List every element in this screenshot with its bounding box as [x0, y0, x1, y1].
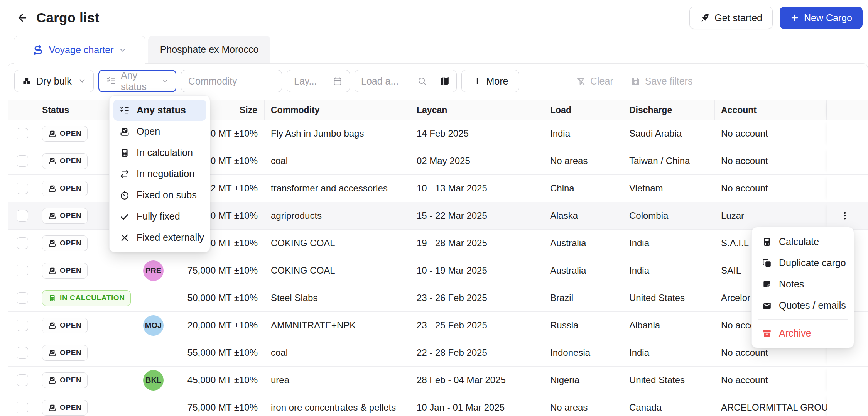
row-checkbox[interactable] — [17, 155, 28, 167]
row-checkbox[interactable] — [17, 128, 28, 139]
cell-discharge: India — [623, 257, 715, 284]
divider — [567, 73, 567, 89]
cell-laycan: 28 Feb - 04 Mar 2025 — [410, 367, 544, 394]
more-filters-button[interactable]: More — [461, 70, 519, 92]
check-icon — [120, 211, 130, 222]
back-button[interactable] — [14, 9, 31, 26]
cell-discharge: India — [623, 230, 715, 257]
commodity-input[interactable]: Commodity — [181, 70, 282, 92]
menu-item-in-negotiation[interactable]: In negotiation — [113, 163, 206, 184]
status-badge: OPEN — [42, 345, 88, 361]
cell-avatar: BKL — [135, 367, 172, 394]
cell-commodity: coal — [265, 339, 410, 366]
row-checkbox[interactable] — [17, 210, 28, 222]
get-started-button[interactable]: Get started — [689, 7, 773, 29]
save-filters-button[interactable]: Save filters — [627, 76, 697, 87]
cell-commodity: coal — [265, 147, 410, 174]
table-row[interactable]: OPENMOJ20,000 MT ±10%AMMNITRATE+NPK23 - … — [8, 312, 868, 339]
cell-status: OPEN — [37, 394, 135, 416]
column-header-discharge: Discharge — [623, 100, 715, 120]
menu-item-open[interactable]: Open — [113, 121, 206, 142]
menu-item-fixed-externally[interactable]: Fixed externally — [113, 227, 206, 248]
cell-commodity: COKING COAL — [265, 230, 410, 257]
top-bar: Cargo list Get started New Cargo — [0, 0, 868, 36]
menu-item-fully-fixed[interactable]: Fully fixed — [113, 206, 206, 227]
map-icon — [439, 76, 450, 86]
row-checkbox[interactable] — [17, 320, 28, 331]
row-actions-button[interactable] — [836, 207, 853, 224]
table-row[interactable]: OPEN75,000 MT ±10%iron ore concentrates … — [8, 394, 868, 416]
cell-account: No account — [715, 175, 827, 202]
copy-icon — [762, 258, 772, 268]
cell-status: OPEN — [37, 339, 135, 366]
table-row[interactable]: OPEN55,000 MT ±10%coal22 - 28 Feb 2025In… — [8, 339, 868, 367]
timer-icon — [120, 190, 130, 200]
menu-item-notes[interactable]: Notes — [756, 274, 850, 295]
plus-icon — [473, 76, 482, 86]
new-cargo-button[interactable]: New Cargo — [780, 7, 863, 29]
table-row[interactable]: OPENBKL45,000 MT ±10%urea28 Feb - 04 Mar… — [8, 367, 868, 394]
status-badge: OPEN — [42, 263, 88, 279]
tab-phosphate-ex-morocco[interactable]: Phosphate ex Morocco — [148, 36, 270, 63]
cell-sel — [8, 120, 37, 147]
cell-actions — [827, 120, 862, 147]
cell-avatar — [135, 394, 172, 416]
more-label: More — [486, 76, 508, 87]
row-checkbox[interactable] — [17, 292, 28, 304]
calculator-icon — [120, 148, 130, 158]
cell-status: OPEN — [37, 257, 135, 284]
menu-item-archive[interactable]: Archive — [756, 323, 850, 344]
menu-item-in-calculation[interactable]: In calculation — [113, 142, 206, 163]
menu-item-any-status[interactable]: Any status — [113, 100, 206, 121]
menu-item-duplicate-cargo[interactable]: Duplicate cargo — [756, 252, 850, 274]
tab-voyage-charter[interactable]: Voyage charter — [14, 36, 145, 64]
cell-laycan: 23 - 25 Feb 2025 — [410, 312, 544, 339]
cell-account: Luzar — [715, 202, 827, 229]
cell-avatar — [135, 284, 172, 311]
menu-item-calculate[interactable]: Calculate — [756, 231, 850, 252]
cell-status: OPEN — [37, 312, 135, 339]
menu-item-label: Quotes / emails — [779, 300, 846, 311]
menu-item-label: Duplicate cargo — [779, 257, 846, 269]
inbox-check-icon — [48, 184, 56, 193]
status-label: OPEN — [60, 376, 81, 384]
save-filters-label: Save filters — [645, 76, 693, 87]
row-checkbox[interactable] — [17, 374, 28, 386]
table-row[interactable]: OPENPRE75,000 MT ±10%COKING COAL10 - 19 … — [8, 257, 868, 284]
inbox-check-icon — [48, 157, 56, 165]
tab-phosphate-label: Phosphate ex Morocco — [160, 44, 259, 55]
cell-discharge: United States — [623, 284, 715, 311]
row-context-menu: CalculateDuplicate cargoNotesQuotes / em… — [751, 227, 854, 348]
table-row[interactable]: IN CALCULATION50,000 MT ±10%Steel Slabs2… — [8, 284, 868, 312]
column-header-laycan: Laycan — [410, 100, 544, 120]
menu-item-quotes-emails[interactable]: Quotes / emails — [756, 295, 850, 316]
map-button[interactable] — [433, 70, 456, 92]
cell-sel — [8, 339, 37, 366]
cargo-type-select[interactable]: Dry bulk — [14, 70, 94, 92]
inbox-check-icon — [48, 130, 56, 138]
row-checkbox[interactable] — [17, 347, 28, 359]
cell-avatar — [135, 339, 172, 366]
menu-item-label: Archive — [779, 328, 811, 339]
menu-item-fixed-on-subs[interactable]: Fixed on subs — [113, 184, 206, 206]
cell-size: 45,000 MT ±10% — [172, 367, 265, 394]
page-title: Cargo list — [36, 10, 99, 25]
cell-discharge: Albania — [623, 312, 715, 339]
checklist-icon — [120, 105, 130, 115]
load-area-input[interactable]: Load a... — [355, 70, 433, 92]
row-checkbox[interactable] — [17, 237, 28, 249]
status-label: OPEN — [60, 211, 81, 220]
cell-load: Nigeria — [544, 367, 623, 394]
x-icon — [120, 233, 130, 243]
row-checkbox[interactable] — [17, 402, 28, 413]
clear-filters-button[interactable]: Clear — [572, 76, 617, 87]
laycan-date-input[interactable]: Lay... — [287, 70, 350, 92]
cell-laycan: 10 - 13 Mar 2025 — [410, 175, 544, 202]
row-checkbox[interactable] — [17, 183, 28, 194]
cell-actions — [827, 367, 862, 394]
cell-size: 55,000 MT ±10% — [172, 339, 265, 366]
cell-size: 20,000 MT ±10% — [172, 312, 265, 339]
row-checkbox[interactable] — [17, 265, 28, 276]
status-filter-select[interactable]: Any status — [98, 70, 176, 92]
column-header-commodity: Commodity — [265, 100, 410, 120]
